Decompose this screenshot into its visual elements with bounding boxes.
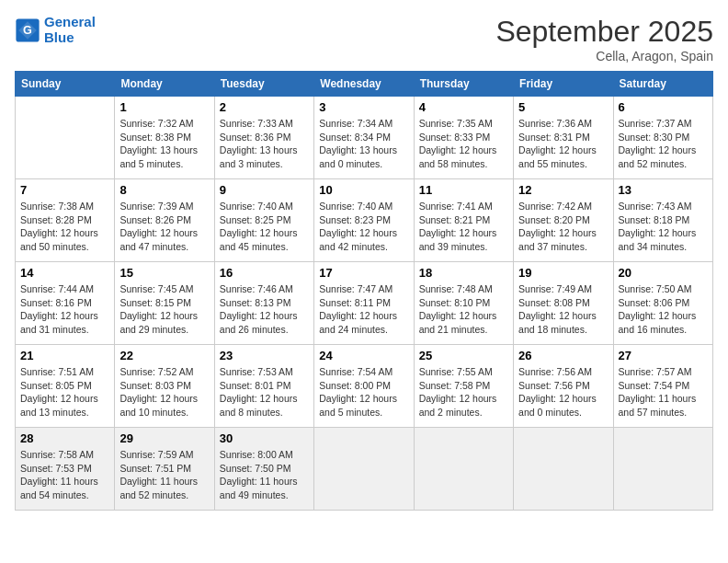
calendar-cell: 28Sunrise: 7:58 AM Sunset: 7:53 PM Dayli… (16, 428, 115, 511)
day-number: 30 (220, 431, 309, 445)
calendar-cell: 9Sunrise: 7:40 AM Sunset: 8:25 PM Daylig… (214, 179, 313, 262)
day-info: Sunrise: 7:51 AM Sunset: 8:05 PM Dayligh… (20, 365, 109, 419)
day-number: 13 (619, 183, 708, 197)
day-info: Sunrise: 7:38 AM Sunset: 8:28 PM Dayligh… (20, 200, 109, 254)
logo: G General Blue (15, 15, 96, 45)
calendar-cell: 25Sunrise: 7:55 AM Sunset: 7:58 PM Dayli… (414, 345, 513, 428)
day-number: 25 (419, 349, 508, 362)
calendar-cell: 6Sunrise: 7:37 AM Sunset: 8:30 PM Daylig… (613, 97, 712, 179)
day-number: 23 (220, 349, 309, 362)
day-info: Sunrise: 7:45 AM Sunset: 8:15 PM Dayligh… (119, 282, 209, 337)
calendar-cell: 12Sunrise: 7:42 AM Sunset: 8:20 PM Dayli… (514, 179, 613, 262)
location: Cella, Aragon, Spain (495, 49, 713, 63)
day-info: Sunrise: 7:52 AM Sunset: 8:03 PM Dayligh… (119, 365, 209, 419)
calendar-cell: 13Sunrise: 7:43 AM Sunset: 8:18 PM Dayli… (613, 179, 712, 262)
calendar-cell: 18Sunrise: 7:48 AM Sunset: 8:10 PM Dayli… (414, 262, 513, 345)
logo-text: General Blue (44, 15, 96, 45)
day-info: Sunrise: 7:50 AM Sunset: 8:06 PM Dayligh… (619, 282, 708, 337)
day-info: Sunrise: 7:36 AM Sunset: 8:31 PM Dayligh… (518, 117, 608, 171)
day-info: Sunrise: 7:46 AM Sunset: 8:13 PM Dayligh… (220, 282, 309, 337)
day-info: Sunrise: 7:57 AM Sunset: 7:54 PM Dayligh… (619, 365, 708, 419)
day-number: 2 (220, 100, 309, 114)
day-number: 24 (319, 349, 408, 362)
weekday-header: Wednesday (314, 72, 414, 97)
day-number: 28 (20, 431, 109, 445)
day-info: Sunrise: 7:33 AM Sunset: 8:36 PM Dayligh… (220, 117, 309, 171)
day-number: 5 (518, 100, 608, 114)
day-number: 17 (319, 266, 408, 280)
calendar-cell: 20Sunrise: 7:50 AM Sunset: 8:06 PM Dayli… (613, 262, 712, 345)
day-info: Sunrise: 7:41 AM Sunset: 8:21 PM Dayligh… (419, 200, 508, 254)
day-number: 27 (619, 349, 708, 362)
day-number: 18 (419, 266, 508, 280)
weekday-header-row: SundayMondayTuesdayWednesdayThursdayFrid… (16, 72, 713, 97)
day-number: 15 (119, 266, 209, 280)
page-header: G General Blue September 2025 Cella, Ara… (15, 15, 713, 63)
calendar-cell: 14Sunrise: 7:44 AM Sunset: 8:16 PM Dayli… (16, 262, 115, 345)
logo-icon: G (15, 17, 40, 43)
calendar-cell: 23Sunrise: 7:53 AM Sunset: 8:01 PM Dayli… (214, 345, 313, 428)
day-info: Sunrise: 7:53 AM Sunset: 8:01 PM Dayligh… (220, 365, 309, 419)
weekday-header: Thursday (414, 72, 513, 97)
day-number: 21 (20, 349, 109, 362)
calendar-cell (414, 428, 513, 511)
day-info: Sunrise: 7:58 AM Sunset: 7:53 PM Dayligh… (20, 448, 109, 502)
calendar-cell: 5Sunrise: 7:36 AM Sunset: 8:31 PM Daylig… (514, 97, 613, 179)
day-number: 26 (518, 349, 608, 362)
calendar-cell: 16Sunrise: 7:46 AM Sunset: 8:13 PM Dayli… (214, 262, 313, 345)
weekday-header: Tuesday (214, 72, 313, 97)
day-info: Sunrise: 7:44 AM Sunset: 8:16 PM Dayligh… (20, 282, 109, 337)
calendar-cell: 8Sunrise: 7:39 AM Sunset: 8:26 PM Daylig… (115, 179, 214, 262)
day-info: Sunrise: 7:54 AM Sunset: 8:00 PM Dayligh… (319, 365, 408, 419)
weekday-header: Sunday (16, 72, 115, 97)
calendar-cell (514, 428, 613, 511)
calendar-cell: 27Sunrise: 7:57 AM Sunset: 7:54 PM Dayli… (613, 345, 712, 428)
calendar-cell: 11Sunrise: 7:41 AM Sunset: 8:21 PM Dayli… (414, 179, 513, 262)
calendar-table: SundayMondayTuesdayWednesdayThursdayFrid… (15, 71, 713, 511)
day-number: 6 (619, 100, 708, 114)
day-number: 20 (619, 266, 708, 280)
svg-text:G: G (23, 24, 32, 37)
calendar-cell: 30Sunrise: 8:00 AM Sunset: 7:50 PM Dayli… (214, 428, 313, 511)
day-info: Sunrise: 7:40 AM Sunset: 8:23 PM Dayligh… (319, 200, 408, 254)
day-info: Sunrise: 7:39 AM Sunset: 8:26 PM Dayligh… (119, 200, 209, 254)
calendar-week-row: 21Sunrise: 7:51 AM Sunset: 8:05 PM Dayli… (16, 345, 713, 428)
calendar-week-row: 7Sunrise: 7:38 AM Sunset: 8:28 PM Daylig… (16, 179, 713, 262)
day-info: Sunrise: 7:49 AM Sunset: 8:08 PM Dayligh… (518, 282, 608, 337)
day-number: 22 (119, 349, 209, 362)
day-number: 29 (119, 431, 209, 445)
calendar-week-row: 28Sunrise: 7:58 AM Sunset: 7:53 PM Dayli… (16, 428, 713, 511)
day-number: 14 (20, 266, 109, 280)
day-info: Sunrise: 7:37 AM Sunset: 8:30 PM Dayligh… (619, 117, 708, 171)
calendar-cell: 15Sunrise: 7:45 AM Sunset: 8:15 PM Dayli… (115, 262, 214, 345)
calendar-cell: 3Sunrise: 7:34 AM Sunset: 8:34 PM Daylig… (314, 97, 414, 179)
calendar-cell: 29Sunrise: 7:59 AM Sunset: 7:51 PM Dayli… (115, 428, 214, 511)
month-title: September 2025 (495, 15, 713, 49)
calendar-week-row: 1Sunrise: 7:32 AM Sunset: 8:38 PM Daylig… (16, 97, 713, 179)
day-number: 19 (518, 266, 608, 280)
calendar-cell: 19Sunrise: 7:49 AM Sunset: 8:08 PM Dayli… (514, 262, 613, 345)
calendar-cell: 22Sunrise: 7:52 AM Sunset: 8:03 PM Dayli… (115, 345, 214, 428)
calendar-cell: 10Sunrise: 7:40 AM Sunset: 8:23 PM Dayli… (314, 179, 414, 262)
day-info: Sunrise: 7:47 AM Sunset: 8:11 PM Dayligh… (319, 282, 408, 337)
calendar-cell: 21Sunrise: 7:51 AM Sunset: 8:05 PM Dayli… (16, 345, 115, 428)
day-number: 3 (319, 100, 408, 114)
day-number: 8 (119, 183, 209, 197)
day-number: 4 (419, 100, 508, 114)
day-info: Sunrise: 7:34 AM Sunset: 8:34 PM Dayligh… (319, 117, 408, 171)
calendar-cell: 2Sunrise: 7:33 AM Sunset: 8:36 PM Daylig… (214, 97, 313, 179)
day-number: 7 (20, 183, 109, 197)
calendar-cell: 1Sunrise: 7:32 AM Sunset: 8:38 PM Daylig… (115, 97, 214, 179)
calendar-cell (613, 428, 712, 511)
day-info: Sunrise: 7:56 AM Sunset: 7:56 PM Dayligh… (518, 365, 608, 419)
calendar-cell: 4Sunrise: 7:35 AM Sunset: 8:33 PM Daylig… (414, 97, 513, 179)
day-info: Sunrise: 7:59 AM Sunset: 7:51 PM Dayligh… (119, 448, 209, 502)
day-info: Sunrise: 7:42 AM Sunset: 8:20 PM Dayligh… (518, 200, 608, 254)
weekday-header: Monday (115, 72, 214, 97)
day-info: Sunrise: 7:43 AM Sunset: 8:18 PM Dayligh… (619, 200, 708, 254)
title-block: September 2025 Cella, Aragon, Spain (495, 15, 713, 63)
calendar-cell: 7Sunrise: 7:38 AM Sunset: 8:28 PM Daylig… (16, 179, 115, 262)
day-number: 10 (319, 183, 408, 197)
calendar-week-row: 14Sunrise: 7:44 AM Sunset: 8:16 PM Dayli… (16, 262, 713, 345)
day-number: 16 (220, 266, 309, 280)
